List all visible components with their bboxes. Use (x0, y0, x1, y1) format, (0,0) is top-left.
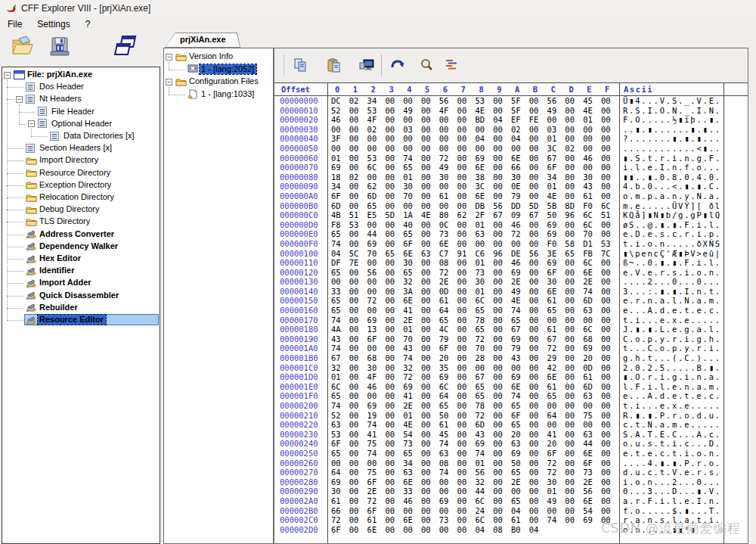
hex-byte-cell[interactable]: 6F (547, 163, 565, 173)
hex-byte-cell[interactable]: 00 (421, 163, 439, 173)
hex-byte-cell[interactable]: 96 (493, 249, 511, 259)
hex-byte-cell[interactable]: 00 (385, 182, 403, 191)
hex-byte-cell[interactable]: 00 (385, 277, 403, 287)
tree-item-rebuilder[interactable]: Rebuilder (2, 302, 160, 314)
hex-byte-cell[interactable]: 61 (511, 515, 529, 525)
hex-byte-cell[interactable]: 65 (475, 325, 493, 334)
hex-byte-cell[interactable]: 00 (601, 163, 619, 173)
hex-byte-cell[interactable]: 00 (457, 106, 476, 116)
hex-byte-cell[interactable]: 32 (475, 477, 493, 487)
hex-byte-cell[interactable]: 01 (475, 459, 493, 468)
hex-byte-cell[interactable]: 72 (547, 468, 565, 477)
hex-byte-cell[interactable]: 63 (583, 306, 601, 316)
hex-byte-cell[interactable]: 00 (349, 191, 367, 201)
hex-byte-cell[interactable]: 54 (583, 506, 601, 516)
hex-byte-cell[interactable]: E5 (367, 210, 386, 220)
hex-byte-cell[interactable]: 6E (547, 287, 565, 297)
hex-byte-cell[interactable]: 00 (349, 106, 367, 116)
hex-byte-cell[interactable]: 00 (349, 239, 367, 249)
ascii-cell[interactable]: o.u.s.t.i.c...D. (623, 439, 721, 449)
hex-byte-cell[interactable]: 00 (385, 229, 403, 239)
hex-byte-cell[interactable]: 30 (547, 477, 565, 487)
hex-offset-cell[interactable]: 00000120 (280, 268, 318, 278)
ascii-cell[interactable]: ▮▮..▮.0.8.0.4.0. (623, 173, 721, 182)
hex-byte-cell[interactable]: 04 (511, 134, 529, 144)
hex-byte-cell[interactable]: 00 (493, 144, 511, 154)
hex-byte-cell[interactable]: 46 (403, 496, 421, 506)
hex-byte-cell[interactable]: 75 (583, 411, 601, 421)
hex-byte-cell[interactable]: 00 (421, 401, 439, 411)
hex-byte-cell[interactable]: 49 (547, 496, 565, 506)
hex-byte-cell[interactable]: 00 (349, 372, 367, 382)
hex-byte-cell[interactable]: 56 (529, 249, 547, 259)
expander-minus-icon[interactable]: − (28, 120, 35, 127)
hex-byte-cell[interactable]: 00 (349, 391, 367, 401)
hex-byte-cell[interactable]: 00 (565, 106, 583, 116)
hex-byte-cell[interactable]: 6E (403, 515, 421, 525)
hex-byte-cell[interactable]: 35 (439, 363, 457, 373)
ascii-cell[interactable]: o.n.....▮▮°▮ (623, 525, 696, 535)
hex-byte-cell[interactable]: 00 (385, 306, 403, 316)
hex-byte-cell[interactable]: 00 (457, 506, 476, 516)
hex-byte-cell[interactable]: 00 (421, 220, 439, 230)
hex-byte-cell[interactable]: 6D (583, 382, 601, 392)
hex-byte-cell[interactable]: 00 (529, 506, 547, 516)
hex-byte-cell[interactable]: 00 (349, 154, 367, 163)
hex-byte-cell[interactable]: 00 (529, 154, 547, 163)
hex-byte-cell[interactable]: 00 (601, 411, 619, 421)
hex-byte-cell[interactable]: 00 (349, 182, 367, 191)
hex-byte-cell[interactable]: 78 (475, 316, 493, 325)
hex-byte-cell[interactable]: 3C (475, 182, 493, 191)
hex-byte-cell[interactable]: 00 (367, 134, 386, 144)
hex-byte-cell[interactable]: 00 (457, 325, 476, 334)
tree-item-1-lang-2052[interactable]: 1.01 - [lang:2052] (164, 64, 273, 76)
ascii-cell[interactable]: C.o.p.y.r.i.g.h. (623, 334, 721, 344)
hex-byte-cell[interactable]: 4E (403, 420, 421, 430)
hex-offset-cell[interactable]: 00000060 (280, 154, 318, 163)
hex-byte-cell[interactable]: 00 (493, 382, 511, 392)
hex-byte-cell[interactable]: 00 (457, 220, 476, 230)
hex-byte-cell[interactable]: 00 (565, 439, 583, 449)
hex-byte-cell[interactable]: 6F (403, 239, 421, 249)
hex-byte-cell[interactable]: 34 (547, 173, 565, 182)
hex-byte-cell[interactable]: 6C (583, 210, 601, 220)
hex-byte-cell[interactable]: 4F (367, 372, 386, 382)
hex-offset-cell[interactable]: 00000290 (280, 486, 318, 496)
ascii-cell[interactable]: ß~..0.▮.▮.F.i.l. (623, 258, 721, 268)
hex-byte-cell[interactable]: 00 (349, 306, 367, 316)
hex-byte-cell[interactable]: 30 (403, 182, 421, 191)
ascii-cell[interactable]: KQå]▮N▮b/g.gP▮lQ (623, 210, 721, 220)
hex-byte-cell[interactable]: 00 (385, 411, 403, 421)
hex-byte-cell[interactable]: 00 (475, 239, 493, 249)
hex-byte-cell[interactable]: 2E (403, 316, 421, 325)
ascii-cell[interactable]: t.i...e.x.e..... (623, 316, 721, 325)
hex-byte-cell[interactable]: 00 (493, 134, 511, 144)
hex-byte-cell[interactable]: 1A (403, 210, 421, 220)
hex-byte-cell[interactable]: 19 (367, 411, 386, 421)
hex-byte-cell[interactable]: 00 (421, 125, 439, 135)
hex-byte-cell[interactable]: 00 (349, 477, 367, 487)
hex-byte-cell[interactable]: 00 (529, 430, 547, 440)
hex-byte-cell[interactable]: 04 (493, 115, 511, 125)
hex-byte-cell[interactable]: 00 (421, 173, 439, 182)
hex-byte-cell[interactable]: 00 (493, 486, 511, 496)
hex-offset-cell[interactable]: 000002A0 (280, 496, 318, 506)
hex-byte-cell[interactable]: 73 (475, 268, 493, 278)
hex-byte-cell[interactable]: 45 (439, 430, 457, 440)
hex-byte-cell[interactable]: 6C (367, 163, 386, 173)
hex-byte-cell[interactable]: 00 (511, 363, 529, 373)
hex-byte-cell[interactable]: 6F (367, 506, 386, 516)
hex-byte-cell[interactable]: 02 (511, 125, 529, 135)
hex-byte-cell[interactable]: 44 (583, 439, 601, 449)
hex-byte-cell[interactable]: 00 (367, 343, 386, 353)
hex-byte-cell[interactable]: 6F (511, 411, 529, 421)
hex-byte-cell[interactable]: 67 (493, 210, 511, 220)
hex-byte-cell[interactable]: 00 (367, 258, 386, 268)
hex-offset-cell[interactable]: 00000200 (280, 401, 318, 411)
hex-byte-cell[interactable]: 74 (547, 515, 565, 525)
hex-offset-cell[interactable]: 00000140 (280, 287, 318, 297)
hex-byte-cell[interactable]: 43 (583, 182, 601, 191)
hex-byte-cell[interactable]: 00 (475, 125, 493, 135)
hex-byte-cell[interactable]: 69 (547, 258, 565, 268)
hex-byte-cell[interactable]: 00 (421, 268, 439, 278)
